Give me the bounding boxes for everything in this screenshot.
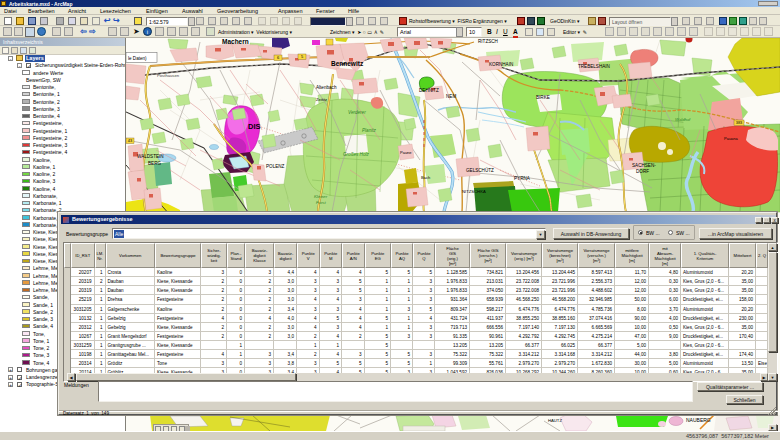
svg-text:BIRKE: BIRKE [536, 95, 550, 100]
svg-text:TREBELSHAIN: TREBELSHAIN [578, 64, 610, 69]
svg-text:NEM: NEM [446, 94, 456, 99]
svg-text:DIS: DIS [248, 122, 261, 131]
svg-text:Bach: Bach [421, 175, 430, 180]
svg-text:Posthausen: Posthausen [157, 73, 180, 78]
svg-text:Paune: Paune [400, 150, 412, 155]
svg-text:Verderer: Verderer [348, 110, 366, 115]
svg-text:Altenbach: Altenbach [316, 85, 337, 90]
svg-text:43: 43 [128, 138, 133, 143]
svg-text:DEHNITZ: DEHNITZ [419, 88, 439, 93]
svg-text:DORF: DORF [636, 169, 649, 174]
svg-text:GELSCHÜTZ: GELSCHÜTZ [466, 167, 494, 173]
svg-text:Pauana: Pauana [724, 136, 739, 141]
svg-text:Großes Holz: Großes Holz [343, 152, 369, 157]
svg-text:KORNHAIN: KORNHAIN [489, 62, 513, 67]
svg-text:Waldhof: Waldhof [675, 117, 691, 122]
svg-text:Kleiner: Kleiner [314, 194, 328, 199]
svg-text:HAUTZ: HAUTZ [548, 418, 562, 423]
svg-text:Forst: Forst [316, 200, 326, 205]
svg-text:Machern: Machern [222, 38, 249, 45]
svg-text:Planitz: Planitz [362, 128, 376, 133]
svg-text:RITZSCH: RITZSCH [478, 39, 498, 44]
svg-text:le Daten): le Daten) [128, 56, 147, 61]
svg-text:PYRNA: PYRNA [514, 176, 531, 181]
svg-text:WALDSTEIN: WALDSTEIN [137, 154, 164, 159]
svg-text:NAUBERG: NAUBERG [686, 417, 711, 423]
svg-text:SACHSEN-: SACHSEN- [632, 163, 656, 168]
svg-text:NITZSCHKA: NITZSCHKA [462, 189, 486, 194]
svg-text:POLENZ: POLENZ [266, 164, 285, 169]
svg-text:383: 383 [736, 120, 743, 125]
svg-text:BERG: BERG [148, 161, 161, 166]
svg-text:Zeititz: Zeititz [316, 97, 327, 102]
svg-text:Bennewitz: Bennewitz [331, 60, 364, 67]
